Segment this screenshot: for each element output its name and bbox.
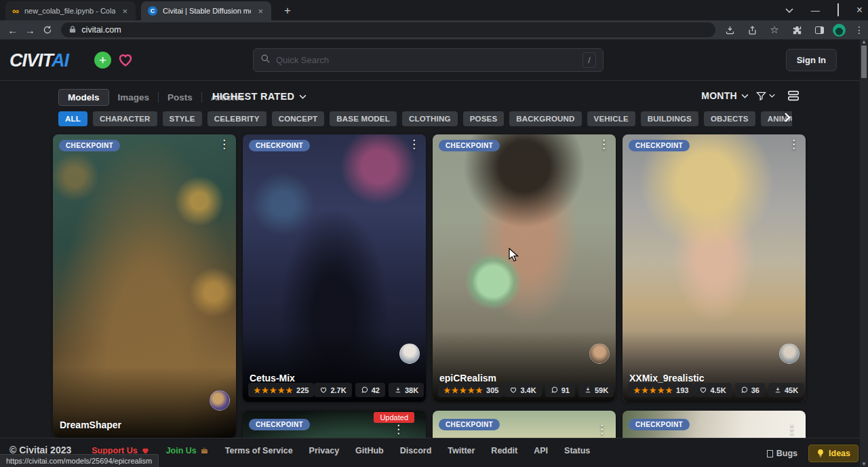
creator-avatar[interactable] — [210, 390, 230, 411]
model-card-cetus-mix[interactable]: CHECKPOINT ⋮ Cetus-Mix ★★★★★ 225 2.7K 42… — [243, 134, 426, 402]
favorites-heart-icon[interactable] — [117, 52, 134, 71]
minimize-button[interactable]: — — [811, 6, 820, 15]
join-us-link[interactable]: Join Us — [166, 446, 209, 455]
back-button[interactable]: ← — [4, 24, 21, 36]
chip-all[interactable]: ALL — [58, 111, 87, 126]
model-card-epicrealism[interactable]: CHECKPOINT ⋮ epiCRealism ★★★★★ 305 3.4K … — [433, 134, 616, 402]
heart-icon — [699, 386, 707, 394]
sign-in-button[interactable]: Sign In — [786, 49, 837, 71]
chip-celebrity[interactable]: CELEBRITY — [208, 111, 267, 126]
creator-avatar[interactable] — [399, 343, 420, 364]
privacy-link[interactable]: Privacy — [309, 446, 339, 455]
chip-poses[interactable]: POSES — [463, 111, 505, 126]
download-page-icon[interactable] — [721, 25, 738, 35]
page-scrollbar[interactable]: ▲ ▼ — [860, 39, 868, 467]
logo-civit-text: CIVIT — [9, 50, 52, 71]
card-menu-icon[interactable]: ⋮ — [596, 424, 608, 435]
maximize-button[interactable] — [837, 4, 839, 16]
chip-style[interactable]: STYLE — [163, 111, 202, 126]
address-bar[interactable]: civitai.com — [61, 22, 715, 37]
close-window-button[interactable]: × — [856, 5, 863, 16]
bug-icon — [767, 450, 773, 457]
forward-button[interactable]: → — [21, 24, 38, 36]
card-menu-icon[interactable]: ⋮ — [393, 424, 404, 435]
scroll-up-arrow-icon[interactable]: ▲ — [860, 39, 868, 45]
rating-count: 225 — [296, 386, 309, 394]
filter-controls: MONTH — [701, 90, 800, 101]
chip-background[interactable]: BACKGROUND — [509, 111, 581, 126]
card-menu-icon[interactable]: ⋮ — [408, 138, 420, 150]
api-link[interactable]: API — [534, 446, 548, 455]
tab-posts[interactable]: Posts — [159, 90, 201, 105]
footer-links: Support Us Join Us Terms of Service Priv… — [92, 445, 590, 455]
rows-layout-icon — [787, 90, 800, 101]
model-card-xxmix-9realistic[interactable]: CHECKPOINT ⋮ XXMix_9realistic ★★★★★ 193 … — [623, 134, 806, 402]
card-menu-icon[interactable]: ⋮ — [598, 138, 610, 150]
share-icon[interactable] — [743, 25, 761, 35]
scroll-down-arrow-icon[interactable]: ▼ — [860, 461, 868, 467]
stat-group: 2.7K 42 38K — [314, 383, 424, 397]
browser-menu-icon[interactable]: ⋮ — [850, 24, 868, 35]
period-dropdown[interactable]: MONTH — [701, 90, 749, 101]
layout-toggle-button[interactable] — [787, 90, 800, 101]
comment-icon — [551, 386, 559, 394]
comments-count: 91 — [561, 386, 570, 394]
reddit-link[interactable]: Reddit — [491, 446, 517, 455]
tab-close-icon[interactable]: × — [256, 7, 264, 16]
download-icon — [774, 386, 782, 394]
chip-vehicle[interactable]: VEHICLE — [587, 111, 635, 126]
chip-character[interactable]: CHARACTER — [93, 111, 157, 126]
bugs-button[interactable]: Bugs — [767, 449, 797, 458]
model-card-dreamshaper[interactable]: CHECKPOINT ⋮ DreamShaper — [53, 134, 236, 438]
heart-icon — [319, 386, 328, 394]
twitter-link[interactable]: Twitter — [448, 446, 475, 455]
sort-dropdown[interactable]: HIGHEST RATED — [212, 91, 307, 102]
tab-civitai[interactable]: C Civitai | Stable Diffusion models, × — [141, 1, 271, 20]
tab-models[interactable]: Models — [58, 89, 109, 106]
rating-count: 305 — [486, 386, 498, 394]
chip-clothing[interactable]: CLOTHING — [402, 111, 458, 126]
tab-search-chevron-icon[interactable] — [785, 7, 793, 13]
profile-avatar[interactable] — [833, 24, 846, 37]
tab-colab[interactable]: ∞ new_colab_file.ipynb - Colaborat × — [5, 1, 136, 20]
search-input[interactable] — [276, 55, 577, 65]
chip-buildings[interactable]: BUILDINGS — [641, 111, 698, 126]
stat-group: 4.5K 36 45K — [694, 383, 804, 397]
comment-icon — [741, 386, 749, 394]
tab-images[interactable]: Images — [109, 90, 159, 105]
github-link[interactable]: GitHub — [355, 446, 384, 455]
comments-pill: 91 — [545, 383, 575, 397]
ideas-button[interactable]: Ideas — [808, 445, 859, 462]
period-label: MONTH — [701, 90, 737, 101]
download-icon — [394, 386, 402, 394]
quick-search-bar[interactable]: / — [253, 48, 604, 72]
card-menu-icon[interactable]: ⋮ — [788, 138, 800, 150]
reload-button[interactable] — [39, 25, 56, 35]
civitai-logo[interactable]: CIVITAI — [9, 50, 68, 71]
card-menu-icon[interactable]: ⋮ — [218, 138, 230, 150]
card-menu-icon[interactable]: ⋮ — [786, 424, 797, 435]
chip-concept[interactable]: CONCEPT — [272, 111, 325, 126]
discord-link[interactable]: Discord — [400, 446, 432, 455]
scrollbar-thumb[interactable] — [861, 45, 867, 78]
chip-base-model[interactable]: BASE MODEL — [330, 111, 397, 126]
tab-close-icon[interactable]: × — [121, 7, 129, 16]
chip-objects[interactable]: OBJECTS — [704, 111, 755, 126]
extensions-puzzle-icon[interactable] — [788, 25, 806, 35]
new-tab-button[interactable]: + — [279, 3, 296, 19]
checkpoint-badge: CHECKPOINT — [439, 140, 500, 151]
upload-plus-button[interactable]: + — [94, 52, 111, 69]
creator-avatar[interactable] — [779, 343, 800, 364]
side-panel-icon[interactable] — [810, 26, 828, 34]
bookmark-star-icon[interactable]: ☆ — [766, 24, 783, 36]
status-link[interactable]: Status — [564, 446, 590, 455]
chevron-right-icon — [784, 112, 791, 123]
likes-count: 2.7K — [330, 386, 346, 394]
terms-link[interactable]: Terms of Service — [225, 446, 293, 455]
creator-avatar[interactable] — [589, 343, 610, 364]
chips-scroll-right-button[interactable] — [784, 112, 791, 126]
star-rating-icon: ★★★★★ — [633, 386, 673, 395]
funnel-icon — [755, 90, 767, 101]
filter-dropdown[interactable] — [755, 90, 775, 101]
comments-pill: 42 — [355, 383, 385, 397]
